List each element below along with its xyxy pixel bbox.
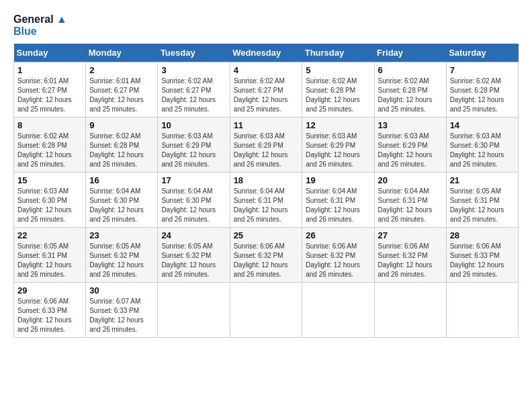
day-info: Sunrise: 6:05 AMSunset: 6:32 PMDaylight:…: [161, 242, 216, 278]
day-info: Sunrise: 6:02 AMSunset: 6:28 PMDaylight:…: [17, 132, 72, 168]
day-info: Sunrise: 6:02 AMSunset: 6:28 PMDaylight:…: [450, 77, 504, 113]
day-number: 7: [450, 65, 515, 75]
day-number: 16: [89, 175, 154, 185]
day-number: 6: [378, 65, 443, 75]
calendar-week-row: 22 Sunrise: 6:05 AMSunset: 6:31 PMDaylig…: [14, 228, 519, 283]
day-number: 27: [378, 230, 443, 240]
calendar-week-row: 1 Sunrise: 6:01 AMSunset: 6:27 PMDayligh…: [14, 62, 519, 118]
logo: General ▲ Blue: [13, 13, 67, 37]
calendar-week-row: 15 Sunrise: 6:03 AMSunset: 6:30 PMDaylig…: [14, 173, 519, 228]
day-number: 28: [450, 230, 515, 240]
calendar-cell: 12 Sunrise: 6:03 AMSunset: 6:29 PMDaylig…: [302, 118, 374, 173]
calendar-cell: [302, 283, 374, 338]
calendar-cell: 17 Sunrise: 6:04 AMSunset: 6:30 PMDaylig…: [158, 173, 230, 228]
calendar-cell: [446, 283, 518, 338]
calendar-cell: 25 Sunrise: 6:06 AMSunset: 6:32 PMDaylig…: [230, 228, 302, 283]
calendar-cell: 19 Sunrise: 6:04 AMSunset: 6:31 PMDaylig…: [302, 173, 374, 228]
calendar-cell: 3 Sunrise: 6:02 AMSunset: 6:27 PMDayligh…: [158, 62, 230, 118]
day-number: 12: [306, 120, 370, 130]
day-info: Sunrise: 6:05 AMSunset: 6:31 PMDaylight:…: [450, 187, 504, 223]
day-info: Sunrise: 6:01 AMSunset: 6:27 PMDaylight:…: [89, 77, 144, 113]
day-number: 17: [161, 175, 226, 185]
calendar-header-thursday: Thursday: [302, 44, 374, 62]
day-info: Sunrise: 6:04 AMSunset: 6:31 PMDaylight:…: [306, 187, 360, 223]
day-number: 23: [89, 230, 154, 240]
day-number: 1: [17, 65, 82, 75]
day-info: Sunrise: 6:06 AMSunset: 6:32 PMDaylight:…: [378, 242, 433, 278]
calendar-cell: 24 Sunrise: 6:05 AMSunset: 6:32 PMDaylig…: [158, 228, 230, 283]
day-number: 22: [17, 230, 82, 240]
calendar-cell: [374, 283, 446, 338]
calendar-cell: 7 Sunrise: 6:02 AMSunset: 6:28 PMDayligh…: [446, 62, 518, 118]
calendar-header-saturday: Saturday: [446, 44, 518, 62]
day-info: Sunrise: 6:03 AMSunset: 6:30 PMDaylight:…: [450, 132, 504, 168]
calendar-cell: 13 Sunrise: 6:03 AMSunset: 6:29 PMDaylig…: [374, 118, 446, 173]
day-info: Sunrise: 6:02 AMSunset: 6:28 PMDaylight:…: [306, 77, 360, 113]
day-info: Sunrise: 6:02 AMSunset: 6:27 PMDaylight:…: [234, 77, 288, 113]
calendar-week-row: 29 Sunrise: 6:06 AMSunset: 6:33 PMDaylig…: [14, 283, 519, 338]
day-info: Sunrise: 6:04 AMSunset: 6:31 PMDaylight:…: [234, 187, 288, 223]
calendar-cell: 5 Sunrise: 6:02 AMSunset: 6:28 PMDayligh…: [302, 62, 374, 118]
calendar-cell: 26 Sunrise: 6:06 AMSunset: 6:32 PMDaylig…: [302, 228, 374, 283]
day-info: Sunrise: 6:03 AMSunset: 6:29 PMDaylight:…: [378, 132, 433, 168]
day-number: 10: [161, 120, 226, 130]
day-number: 20: [378, 175, 443, 185]
day-info: Sunrise: 6:06 AMSunset: 6:32 PMDaylight:…: [306, 242, 360, 278]
day-info: Sunrise: 6:06 AMSunset: 6:33 PMDaylight:…: [450, 242, 504, 278]
calendar-table: SundayMondayTuesdayWednesdayThursdayFrid…: [13, 44, 519, 338]
calendar-cell: 14 Sunrise: 6:03 AMSunset: 6:30 PMDaylig…: [446, 118, 518, 173]
day-number: 3: [161, 65, 226, 75]
day-number: 2: [89, 65, 154, 75]
day-info: Sunrise: 6:06 AMSunset: 6:33 PMDaylight:…: [17, 298, 72, 333]
calendar-cell: 21 Sunrise: 6:05 AMSunset: 6:31 PMDaylig…: [446, 173, 518, 228]
calendar-cell: 1 Sunrise: 6:01 AMSunset: 6:27 PMDayligh…: [14, 62, 86, 118]
calendar-cell: 6 Sunrise: 6:02 AMSunset: 6:28 PMDayligh…: [374, 62, 446, 118]
calendar-cell: 8 Sunrise: 6:02 AMSunset: 6:28 PMDayligh…: [14, 118, 86, 173]
day-info: Sunrise: 6:06 AMSunset: 6:32 PMDaylight:…: [234, 242, 288, 278]
calendar-cell: 15 Sunrise: 6:03 AMSunset: 6:30 PMDaylig…: [14, 173, 86, 228]
calendar-cell: 22 Sunrise: 6:05 AMSunset: 6:31 PMDaylig…: [14, 228, 86, 283]
day-info: Sunrise: 6:04 AMSunset: 6:31 PMDaylight:…: [378, 187, 433, 223]
day-number: 8: [17, 120, 82, 130]
day-info: Sunrise: 6:05 AMSunset: 6:31 PMDaylight:…: [17, 242, 72, 278]
calendar-cell: 2 Sunrise: 6:01 AMSunset: 6:27 PMDayligh…: [86, 62, 158, 118]
day-number: 26: [306, 230, 370, 240]
calendar-cell: 20 Sunrise: 6:04 AMSunset: 6:31 PMDaylig…: [374, 173, 446, 228]
day-info: Sunrise: 6:03 AMSunset: 6:29 PMDaylight:…: [234, 132, 288, 168]
calendar-cell: 4 Sunrise: 6:02 AMSunset: 6:27 PMDayligh…: [230, 62, 302, 118]
day-number: 15: [17, 175, 82, 185]
day-number: 24: [161, 230, 226, 240]
day-info: Sunrise: 6:02 AMSunset: 6:28 PMDaylight:…: [89, 132, 144, 168]
calendar-cell: 23 Sunrise: 6:05 AMSunset: 6:32 PMDaylig…: [86, 228, 158, 283]
calendar-cell: [158, 283, 230, 338]
calendar-header-wednesday: Wednesday: [230, 44, 302, 62]
day-info: Sunrise: 6:02 AMSunset: 6:28 PMDaylight:…: [378, 77, 433, 113]
day-number: 5: [306, 65, 370, 75]
calendar-cell: [230, 283, 302, 338]
day-info: Sunrise: 6:04 AMSunset: 6:30 PMDaylight:…: [161, 187, 216, 223]
calendar-cell: 10 Sunrise: 6:03 AMSunset: 6:29 PMDaylig…: [158, 118, 230, 173]
day-number: 11: [234, 120, 299, 130]
calendar-header-monday: Monday: [86, 44, 158, 62]
day-number: 4: [234, 65, 299, 75]
calendar-header-tuesday: Tuesday: [158, 44, 230, 62]
calendar-header-sunday: Sunday: [14, 44, 86, 62]
day-number: 29: [17, 285, 82, 295]
calendar-header-row: SundayMondayTuesdayWednesdayThursdayFrid…: [14, 44, 519, 62]
day-info: Sunrise: 6:02 AMSunset: 6:27 PMDaylight:…: [161, 77, 216, 113]
calendar-cell: 11 Sunrise: 6:03 AMSunset: 6:29 PMDaylig…: [230, 118, 302, 173]
day-info: Sunrise: 6:03 AMSunset: 6:29 PMDaylight:…: [161, 132, 216, 168]
day-number: 19: [306, 175, 370, 185]
calendar-cell: 9 Sunrise: 6:02 AMSunset: 6:28 PMDayligh…: [86, 118, 158, 173]
day-number: 25: [234, 230, 299, 240]
day-number: 14: [450, 120, 515, 130]
day-info: Sunrise: 6:01 AMSunset: 6:27 PMDaylight:…: [17, 77, 72, 113]
calendar-cell: 27 Sunrise: 6:06 AMSunset: 6:32 PMDaylig…: [374, 228, 446, 283]
day-info: Sunrise: 6:07 AMSunset: 6:33 PMDaylight:…: [89, 298, 144, 333]
calendar-cell: 28 Sunrise: 6:06 AMSunset: 6:33 PMDaylig…: [446, 228, 518, 283]
calendar-header-friday: Friday: [374, 44, 446, 62]
calendar-cell: 18 Sunrise: 6:04 AMSunset: 6:31 PMDaylig…: [230, 173, 302, 228]
calendar-cell: 29 Sunrise: 6:06 AMSunset: 6:33 PMDaylig…: [14, 283, 86, 338]
page-header: General ▲ Blue: [13, 13, 519, 37]
day-number: 9: [89, 120, 154, 130]
